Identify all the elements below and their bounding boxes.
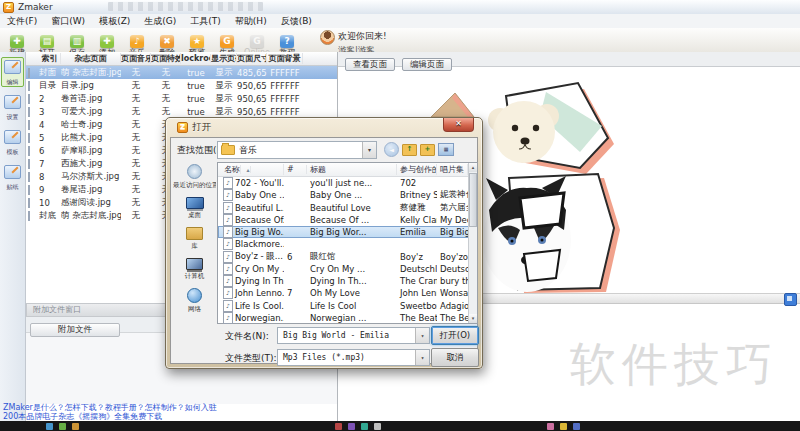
cell-music: 无 xyxy=(121,158,151,170)
taskbar-icon[interactable] xyxy=(547,423,554,430)
file-row[interactable]: Cry On My ... Cry On My ... Deutschlan..… xyxy=(218,263,469,275)
taskbar-icon[interactable] xyxy=(374,423,381,430)
col-index[interactable]: 索引 xyxy=(39,53,61,64)
taskbar-icon[interactable] xyxy=(46,423,53,430)
zmaker-window: Z Zmaker 文件(F)窗口(W)模板(Z)生成(G)工具(T)帮助(H)反… xyxy=(0,0,800,431)
col-lockroot[interactable]: lockroot xyxy=(181,54,211,63)
col-album[interactable]: 唱片集 xyxy=(437,164,468,175)
side-tool-button[interactable]: 模板 xyxy=(1,127,24,157)
taskbar-icon[interactable] xyxy=(72,423,79,430)
page-row-checkbox[interactable] xyxy=(26,185,39,195)
sidebar-place[interactable]: 网络 xyxy=(173,288,216,314)
scroll-down-icon[interactable]: ▾ xyxy=(469,314,477,323)
page-row[interactable]: 目录 目录.jpg 无 无 true 显示 950,650 FFFFFF xyxy=(26,79,337,92)
taskbar-icon[interactable] xyxy=(560,423,567,430)
file-row[interactable]: John Lenno... 7 Oh My Love John Lennon W… xyxy=(218,287,469,299)
cell-index: 3 xyxy=(39,107,61,117)
file-row[interactable]: Because Of... Because Of ... Kelly Clark… xyxy=(218,214,469,226)
preview-tab[interactable]: 查看页面 xyxy=(345,58,395,71)
col-artist[interactable]: 参与创作的... xyxy=(397,164,437,175)
page-row-checkbox[interactable] xyxy=(26,198,39,208)
sidebar-place[interactable]: 桌面 xyxy=(173,197,216,220)
page-row-checkbox[interactable] xyxy=(26,159,39,169)
page-row-checkbox[interactable] xyxy=(26,68,39,78)
menu-item[interactable]: 模板(Z) xyxy=(92,15,137,28)
scrollbar-thumb[interactable] xyxy=(469,173,477,227)
col-pagenum[interactable]: 显示页码 xyxy=(211,53,237,64)
col-page[interactable]: 杂志页面 xyxy=(61,53,121,64)
page-row-checkbox[interactable] xyxy=(26,172,39,182)
file-row[interactable]: Beautiful L... Beautiful Love 蔡健雅 第六届全球.… xyxy=(218,202,469,214)
sidebar-place[interactable]: 库 xyxy=(173,227,216,251)
filetype-combobox[interactable]: Mp3 Files (*.mp3) ▾ xyxy=(277,349,430,366)
file-title-cell: Norwegian ... xyxy=(307,313,397,323)
page-row-checkbox[interactable] xyxy=(26,120,39,130)
new-folder-icon[interactable]: + xyxy=(420,144,435,156)
page-row-checkbox[interactable] xyxy=(26,94,39,104)
taskbar-icon[interactable] xyxy=(361,423,368,430)
chevron-down-icon[interactable]: ▾ xyxy=(362,142,376,158)
close-icon[interactable]: ✕ xyxy=(443,118,474,132)
dialog-sidebar: 最近访问的位置 桌面 库 计算机 xyxy=(173,164,216,321)
page-row-checkbox[interactable] xyxy=(26,211,39,221)
preview-scroll-button[interactable] xyxy=(784,293,797,306)
attachment-tab[interactable]: 附加文件 xyxy=(30,323,120,337)
file-row[interactable]: Life Is Cool... Life Is Cool Sweetbox Ad… xyxy=(218,300,469,312)
col-bg[interactable]: 页面背景 xyxy=(267,53,303,64)
file-row[interactable]: Big Big Wo... Big Big Wor... Emilia Big … xyxy=(218,226,469,238)
up-folder-icon[interactable]: ↑ xyxy=(402,144,417,156)
views-icon[interactable]: ▦ xyxy=(438,143,454,156)
menu-item[interactable]: 窗口(W) xyxy=(44,15,92,28)
taskbar-icon[interactable] xyxy=(348,423,355,430)
col-music[interactable]: 页面音乐 xyxy=(121,53,151,64)
status-link-1[interactable]: ZMaker是什么？怎样下载？教程手册？怎样制作？如何入驻 xyxy=(3,403,217,412)
file-row[interactable]: Boy'z - 眼... 6 眼红馆 Boy'z Boy'zone ??? xyxy=(218,251,469,263)
col-effect[interactable]: 页面特效 xyxy=(151,53,181,64)
menu-item[interactable]: 工具(T) xyxy=(183,15,228,28)
col-title[interactable]: 标题 xyxy=(307,164,397,175)
chevron-down-icon[interactable]: ▾ xyxy=(415,328,429,343)
side-tool-icon xyxy=(4,165,21,179)
status-links: ZMaker是什么？怎样下载？教程手册？怎样制作？如何入驻 200本品牌电子杂志… xyxy=(3,403,217,421)
menu-item[interactable]: 文件(F) xyxy=(0,15,44,28)
status-link-2[interactable]: 200本品牌电子杂志《摇摆狗》全集免费下载 xyxy=(3,412,217,421)
file-title-cell: you'll just ne... xyxy=(307,178,397,188)
taskbar-icon[interactable] xyxy=(59,423,66,430)
cell-index: 封底 xyxy=(39,210,61,222)
sidebar-place[interactable]: 最近访问的位置 xyxy=(173,164,216,190)
page-row[interactable]: 2 卷首语.jpg 无 无 true 显示 950,650 FFFFFF xyxy=(26,92,337,105)
file-row[interactable]: Baby One ... Baby One ... Britney Spe...… xyxy=(218,189,469,201)
file-row[interactable]: 702 - You'll... you'll just ne... 702 xyxy=(218,177,469,189)
menu-item[interactable]: 生成(G) xyxy=(137,15,183,28)
file-list-scrollbar[interactable]: ▴ ▾ xyxy=(468,163,477,323)
file-row[interactable]: Norwegian... Norwegian ... The Beatles..… xyxy=(218,312,469,324)
cancel-button[interactable]: 取消 xyxy=(431,348,479,367)
page-row-checkbox[interactable] xyxy=(26,146,39,156)
side-tool-button[interactable]: 设置 xyxy=(1,92,24,122)
chevron-down-icon[interactable]: ▾ xyxy=(415,350,429,365)
back-icon[interactable]: ◄ xyxy=(384,142,399,157)
side-tool-button[interactable]: 贴纸 xyxy=(1,162,24,192)
col-name[interactable]: 名称 ▴ xyxy=(218,164,284,175)
open-button[interactable]: 打开(O) xyxy=(431,326,479,345)
page-row-checkbox[interactable] xyxy=(26,133,39,143)
side-tool-button[interactable]: 编辑 xyxy=(1,57,24,87)
cell-index: 目录 xyxy=(39,80,61,92)
file-row[interactable]: Blackmore... xyxy=(218,238,469,250)
taskbar-icon[interactable] xyxy=(335,423,342,430)
file-row[interactable]: Dying In Th... Dying In Th... The Cranbe… xyxy=(218,275,469,287)
menu-item[interactable]: 帮助(H) xyxy=(228,15,274,28)
page-row-checkbox[interactable] xyxy=(26,107,39,117)
lookin-combobox[interactable]: 音乐 ▾ xyxy=(217,141,377,159)
sidebar-place[interactable]: 计算机 xyxy=(173,258,216,281)
taskbar-icon[interactable] xyxy=(573,423,580,430)
preview-tab[interactable]: 编辑页面 xyxy=(402,58,452,71)
col-num[interactable]: # xyxy=(284,165,307,174)
col-size[interactable]: 页面尺寸 xyxy=(237,53,267,64)
page-row-checkbox[interactable] xyxy=(26,81,39,91)
filename-combobox[interactable]: Big Big World - Emilia ▾ xyxy=(277,327,430,344)
page-row[interactable]: 封面 萌 杂志封面.jpg 无 无 true 显示 485,650 FFFFFF xyxy=(26,66,337,79)
scroll-up-icon[interactable]: ▴ xyxy=(469,163,477,172)
menu-item[interactable]: 反馈(B) xyxy=(274,15,319,28)
place-label: 库 xyxy=(173,242,216,251)
